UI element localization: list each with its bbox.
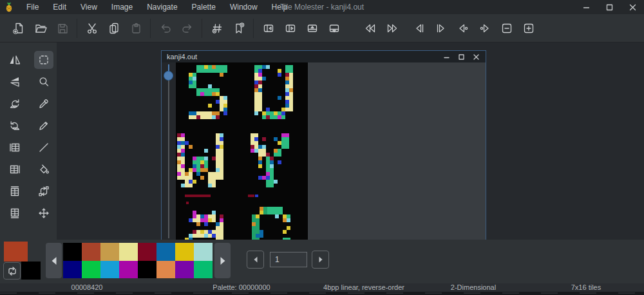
palette-color-swatch[interactable] <box>194 261 213 278</box>
pixel-canvas[interactable] <box>176 62 308 240</box>
pixel <box>196 222 200 226</box>
pixel <box>254 111 258 115</box>
menu-view[interactable]: View <box>73 3 104 12</box>
redo-button <box>178 19 196 37</box>
pixel <box>258 164 262 168</box>
flip-tool-button[interactable] <box>5 73 24 91</box>
shift-row-up-button[interactable] <box>303 19 321 37</box>
palette-color-swatch[interactable] <box>63 243 82 261</box>
pixel <box>220 73 223 77</box>
app-logo-icon <box>5 2 14 12</box>
pixel <box>223 111 227 115</box>
minimize-button[interactable] <box>574 0 598 14</box>
menu-help[interactable]: Help <box>265 3 295 12</box>
palette-color-swatch[interactable] <box>175 261 194 278</box>
byte-back-button[interactable] <box>454 19 471 37</box>
palette-color-swatch[interactable] <box>175 243 194 261</box>
menu-edit[interactable]: Edit <box>46 3 73 12</box>
app-titlebar: FileEditViewImageNavigatePaletteWindowHe… <box>0 0 644 14</box>
pixel <box>278 73 281 77</box>
selection-tool-button[interactable] <box>34 51 53 69</box>
page-back-button[interactable] <box>361 19 379 37</box>
mover-tool-button[interactable] <box>34 204 53 222</box>
palette-color-swatch[interactable] <box>82 243 100 261</box>
pixel <box>260 234 263 238</box>
fill-tool-button[interactable] <box>34 160 53 178</box>
palette-color-swatch[interactable] <box>100 261 119 278</box>
background-color-swatch[interactable] <box>21 262 41 280</box>
byte-forward-button[interactable] <box>476 19 493 37</box>
close-button[interactable] <box>621 0 644 14</box>
palette-color-swatch[interactable] <box>138 261 156 278</box>
menu-window[interactable]: Window <box>223 3 265 12</box>
palette-page-back-button[interactable] <box>247 251 264 269</box>
document-window-titlebar[interactable]: kanji4.out <box>162 51 486 62</box>
color-replace-tool-button[interactable] <box>34 182 53 200</box>
menu-file[interactable]: File <box>19 3 46 12</box>
palette-color-swatch[interactable] <box>138 243 156 261</box>
row-marker-thumb[interactable] <box>164 71 173 81</box>
palette-page-input[interactable] <box>270 252 307 267</box>
pixel <box>185 195 211 197</box>
shift-row-down-button[interactable] <box>325 19 343 37</box>
zoom-tool-button[interactable] <box>34 73 53 91</box>
rotate-right-tool-button[interactable] <box>5 95 24 113</box>
pixel <box>220 176 223 180</box>
cut-button[interactable] <box>83 19 100 37</box>
mirror-tool-button[interactable] <box>5 51 24 69</box>
page-forward-button[interactable] <box>383 19 401 37</box>
shift-column-left-button[interactable] <box>260 19 277 37</box>
dropper-tool-button[interactable] <box>34 95 53 113</box>
pixel <box>189 145 193 149</box>
pixel <box>262 137 266 141</box>
maximize-button[interactable] <box>598 0 621 14</box>
palette-color-swatch[interactable] <box>63 261 82 278</box>
palette-color-swatch[interactable] <box>156 261 175 278</box>
pixel <box>287 218 290 222</box>
doc-maximize-button[interactable] <box>459 54 464 60</box>
shift-right-tool-button[interactable] <box>5 160 24 178</box>
grid-toggle-button[interactable] <box>208 19 225 37</box>
pixel <box>289 108 293 111</box>
pixel <box>283 230 287 234</box>
brush-tool-button[interactable] <box>34 117 53 135</box>
shift-up-tool-button[interactable] <box>5 182 24 200</box>
palette-color-swatch[interactable] <box>82 261 100 278</box>
foreground-color-swatch[interactable] <box>4 242 28 262</box>
pixel <box>255 195 258 197</box>
copy-button[interactable] <box>105 19 122 37</box>
palette-color-swatch[interactable] <box>194 243 213 261</box>
pixel <box>278 153 281 157</box>
rotate-left-tool-button[interactable] <box>5 117 24 135</box>
palette-color-swatch[interactable] <box>119 243 138 261</box>
open-file-button[interactable] <box>32 19 49 37</box>
line-tool-button[interactable] <box>34 138 53 157</box>
pixel <box>281 115 285 119</box>
add-bookmark-button[interactable] <box>230 19 247 37</box>
menu-image[interactable]: Image <box>104 3 140 12</box>
shift-left-tool-button[interactable] <box>5 138 24 157</box>
decrease-size-button[interactable] <box>498 19 515 37</box>
menu-palette[interactable]: Palette <box>185 3 223 12</box>
menu-navigate[interactable]: Navigate <box>140 3 184 12</box>
palette-page-forward-button[interactable] <box>312 251 329 269</box>
palette-color-swatch[interactable] <box>100 243 119 261</box>
shift-down-tool-button[interactable] <box>5 204 24 222</box>
doc-close-button[interactable] <box>473 54 479 60</box>
increase-size-button[interactable] <box>520 19 537 37</box>
palette-scroll-left-button[interactable] <box>46 243 62 278</box>
tile-back-button[interactable] <box>410 19 428 37</box>
palette-scroll-right-button[interactable] <box>214 243 231 278</box>
swap-colors-button[interactable] <box>3 262 21 280</box>
palette-color-swatch[interactable] <box>156 243 175 261</box>
palette-color-swatch[interactable] <box>119 261 138 278</box>
pixel <box>208 104 212 108</box>
shift-column-right-button[interactable] <box>281 19 299 37</box>
palette-panel <box>0 240 644 283</box>
menubar: FileEditViewImageNavigatePaletteWindowHe… <box>19 0 294 14</box>
pixel <box>204 149 208 153</box>
doc-minimize-button[interactable] <box>444 54 450 60</box>
paste-button <box>127 19 144 37</box>
new-file-button[interactable] <box>10 19 27 37</box>
tile-forward-button[interactable] <box>432 19 450 37</box>
